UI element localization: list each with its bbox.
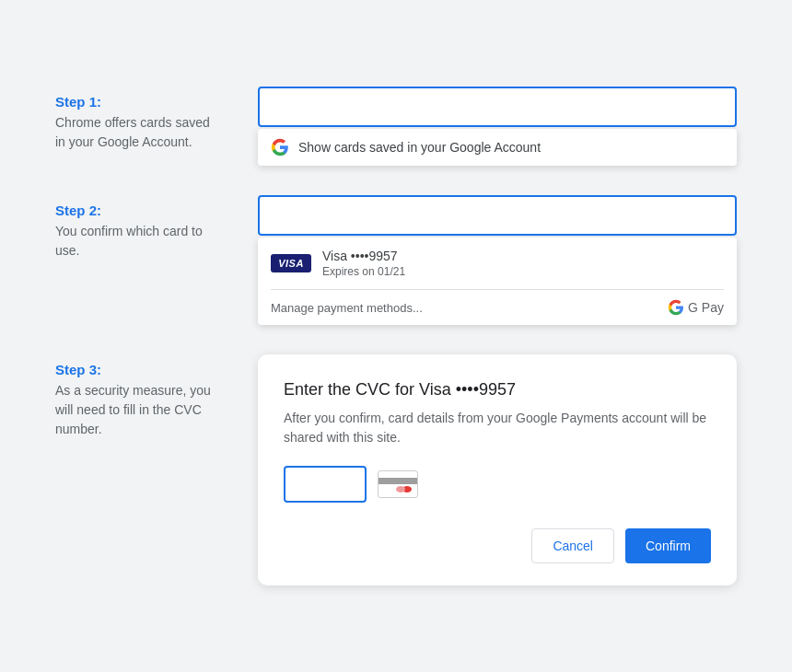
step1-dropdown: Show cards saved in your Google Account [258,129,737,166]
card-dot-light [396,486,405,492]
gpay-g-icon [668,299,684,316]
step3-label: Step 3: As a security measure, you will … [55,354,221,439]
step3-content: Enter the CVC for Visa ••••9957 After yo… [258,354,737,585]
cvc-description: After you confirm, card details from you… [284,409,711,447]
step2-label: Step 2: You confirm which card to use. [55,195,221,261]
step3-description: As a security measure, you will need to … [55,381,221,439]
step1-title: Step 1: [55,94,221,110]
step2-input[interactable] [258,195,737,236]
step1-row: Step 1: Chrome offers cards saved in you… [55,87,737,166]
card-name: Visa ••••9957 [322,249,724,263]
card-stripe [379,478,417,484]
step3-title: Step 3: [55,362,221,377]
confirm-button[interactable]: Confirm [625,528,711,563]
card-info: Visa ••••9957 Expires on 01/21 [322,249,724,278]
cancel-button[interactable]: Cancel [531,528,614,563]
main-container: Step 1: Chrome offers cards saved in you… [37,59,755,613]
visa-badge: VISA [271,254,311,272]
step1-content: Show cards saved in your Google Account [258,87,737,166]
step1-input[interactable] [258,87,737,127]
step2-content: VISA Visa ••••9957 Expires on 01/21 Mana… [258,195,737,325]
show-cards-text: Show cards saved in your Google Account [298,140,541,155]
step2-title: Step 2: [55,203,221,218]
cvc-dialog: Enter the CVC for Visa ••••9957 After yo… [258,354,737,585]
manage-row: Manage payment methods... G Pay [258,290,737,325]
cvc-input[interactable] [284,466,367,503]
button-row: Cancel Confirm [284,528,711,563]
gpay-text: G Pay [688,300,724,315]
step2-description: You confirm which card to use. [55,222,221,261]
cvc-title: Enter the CVC for Visa ••••9957 [284,380,711,400]
manage-text[interactable]: Manage payment methods... [271,301,423,315]
step1-label: Step 1: Chrome offers cards saved in you… [55,87,221,152]
card-icon [378,470,418,498]
step2-row: Step 2: You confirm which card to use. V… [55,195,737,325]
gpay-logo: G Pay [668,299,724,316]
step1-description: Chrome offers cards saved in your Google… [55,113,221,152]
visa-card-item[interactable]: VISA Visa ••••9957 Expires on 01/21 [258,238,737,289]
card-expires: Expires on 01/21 [322,265,724,278]
step2-dropdown: VISA Visa ••••9957 Expires on 01/21 Mana… [258,238,737,325]
cvc-input-row [284,466,711,503]
step3-row: Step 3: As a security measure, you will … [55,354,737,585]
show-cards-item[interactable]: Show cards saved in your Google Account [258,129,737,166]
google-g-icon [271,138,289,156]
